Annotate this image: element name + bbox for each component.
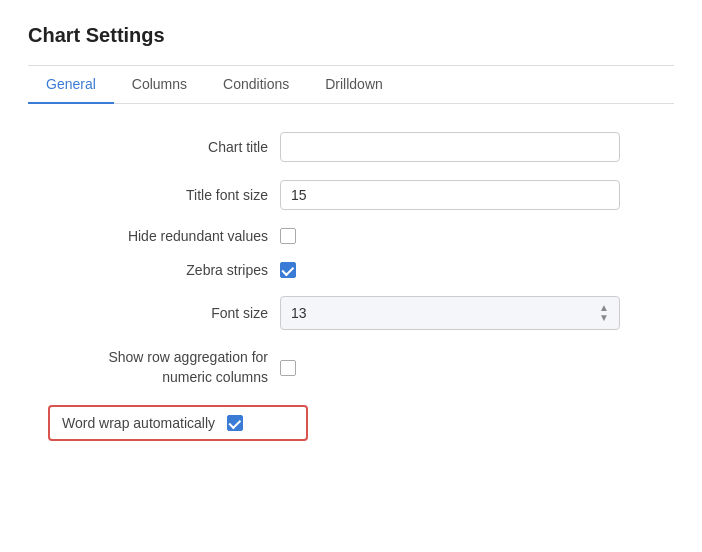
zebra-stripes-checkbox[interactable] bbox=[280, 262, 296, 278]
hide-redundant-row: Hide redundant values bbox=[48, 228, 654, 244]
font-size-spinner[interactable]: 13 ▲ ▼ bbox=[280, 296, 620, 330]
show-row-agg-label: Show row aggregation for numeric columns bbox=[48, 348, 268, 387]
spinner-arrows[interactable]: ▲ ▼ bbox=[599, 303, 609, 323]
tab-bar: General Columns Conditions Drilldown bbox=[28, 66, 674, 104]
title-font-size-row: Title font size bbox=[48, 180, 654, 210]
word-wrap-label: Word wrap automatically bbox=[62, 415, 215, 431]
chart-settings-page: Chart Settings General Columns Condition… bbox=[0, 0, 702, 552]
chart-title-label: Chart title bbox=[48, 139, 268, 155]
font-size-value: 13 bbox=[291, 305, 307, 321]
word-wrap-row: Word wrap automatically bbox=[48, 405, 308, 441]
show-row-agg-checkbox[interactable] bbox=[280, 360, 296, 376]
tab-drilldown[interactable]: Drilldown bbox=[307, 66, 401, 104]
hide-redundant-label: Hide redundant values bbox=[48, 228, 268, 244]
word-wrap-checkbox[interactable] bbox=[227, 415, 243, 431]
zebra-stripes-row: Zebra stripes bbox=[48, 262, 654, 278]
title-font-size-input[interactable] bbox=[280, 180, 620, 210]
zebra-stripes-label: Zebra stripes bbox=[48, 262, 268, 278]
show-row-agg-row: Show row aggregation for numeric columns bbox=[48, 348, 654, 387]
tab-general[interactable]: General bbox=[28, 66, 114, 104]
chart-title-row: Chart title bbox=[48, 132, 654, 162]
title-font-size-label: Title font size bbox=[48, 187, 268, 203]
page-title: Chart Settings bbox=[28, 24, 674, 47]
hide-redundant-checkbox[interactable] bbox=[280, 228, 296, 244]
tab-columns[interactable]: Columns bbox=[114, 66, 205, 104]
chart-title-input[interactable] bbox=[280, 132, 620, 162]
tab-conditions[interactable]: Conditions bbox=[205, 66, 307, 104]
font-size-row: Font size 13 ▲ ▼ bbox=[48, 296, 654, 330]
form-section: Chart title Title font size Hide redunda… bbox=[28, 132, 674, 441]
font-size-label: Font size bbox=[48, 305, 268, 321]
spinner-down[interactable]: ▼ bbox=[599, 313, 609, 323]
